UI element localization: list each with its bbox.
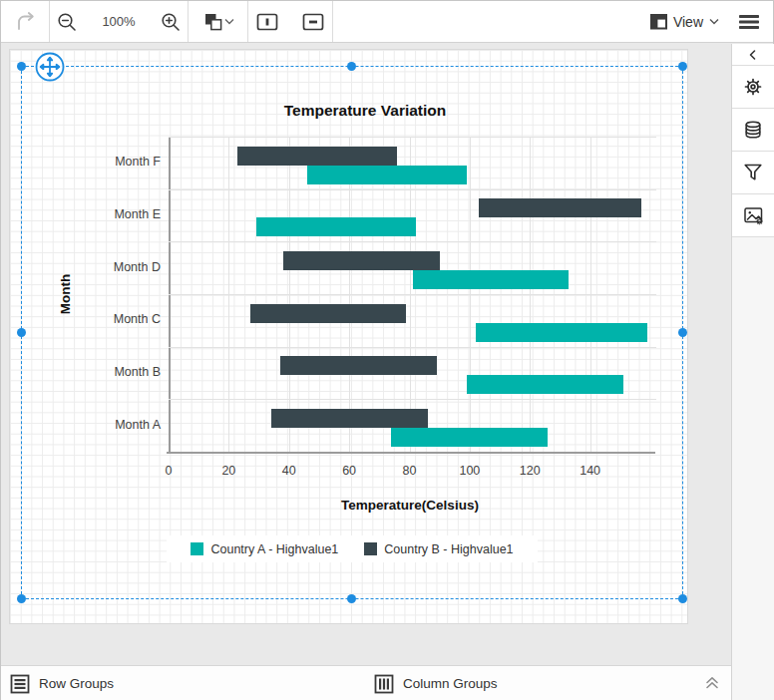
chart-gridline-horizontal bbox=[169, 241, 656, 242]
x-tick-label: 80 bbox=[390, 464, 430, 478]
x-axis-title: Temperature(Celsius) bbox=[210, 498, 609, 513]
chart-gridline-horizontal bbox=[169, 294, 656, 295]
legend-item[interactable]: Country B - Highvalue1 bbox=[364, 542, 513, 556]
chart-gridline-horizontal bbox=[169, 189, 656, 190]
zoom-in-button[interactable] bbox=[156, 7, 186, 37]
filter-icon bbox=[741, 161, 765, 184]
range-bar[interactable] bbox=[250, 304, 407, 323]
zoom-out-icon bbox=[56, 11, 78, 33]
x-tick-label: 60 bbox=[329, 464, 369, 478]
x-tick-label: 0 bbox=[149, 464, 189, 478]
x-tick-label: 40 bbox=[269, 464, 309, 478]
range-bar[interactable] bbox=[476, 323, 647, 342]
view-label: View bbox=[673, 14, 703, 30]
image-settings-button[interactable] bbox=[732, 194, 774, 237]
selection-handle[interactable] bbox=[678, 328, 687, 337]
row-groups-pane[interactable]: Row Groups bbox=[9, 666, 114, 700]
horizontal-band-button[interactable] bbox=[297, 8, 329, 36]
category-label: Month D bbox=[21, 260, 161, 274]
horizontal-band-icon bbox=[301, 12, 325, 32]
shapes-icon bbox=[202, 11, 224, 33]
y-axis-title: Month bbox=[58, 137, 76, 452]
vertical-band-icon bbox=[255, 12, 279, 32]
data-button[interactable] bbox=[732, 109, 774, 152]
selection-handle[interactable] bbox=[347, 594, 356, 603]
right-panel bbox=[731, 44, 774, 700]
selection-handle[interactable] bbox=[17, 328, 26, 337]
chart-gridline-horizontal bbox=[169, 347, 656, 348]
legend-swatch bbox=[191, 542, 203, 555]
range-bar[interactable] bbox=[391, 428, 548, 447]
toolbar-section-shapes bbox=[189, 1, 248, 42]
x-tick-label: 120 bbox=[510, 464, 550, 478]
redo-icon bbox=[12, 9, 38, 35]
redo-button[interactable] bbox=[8, 5, 42, 39]
chevron-down-icon bbox=[709, 18, 719, 25]
legend-item[interactable]: Country A - Highvalue1 bbox=[191, 542, 338, 556]
view-icon bbox=[650, 14, 667, 30]
range-bar[interactable] bbox=[413, 270, 570, 289]
database-icon bbox=[741, 118, 765, 142]
chart-title: Temperature Variation bbox=[166, 102, 565, 120]
category-label: Month F bbox=[21, 155, 161, 169]
column-groups-pane[interactable]: Column Groups bbox=[373, 666, 498, 700]
row-groups-label: Row Groups bbox=[39, 676, 114, 691]
selection-handle[interactable] bbox=[678, 594, 687, 603]
gear-icon bbox=[741, 75, 765, 99]
chart-gridline-horizontal bbox=[169, 137, 656, 138]
filter-button[interactable] bbox=[732, 152, 774, 194]
selection-handle[interactable] bbox=[17, 62, 26, 71]
range-bar[interactable] bbox=[271, 409, 428, 428]
zoom-level-value: 100% bbox=[102, 14, 135, 29]
chart-widget[interactable]: Temperature Variation Month Temperature(… bbox=[21, 66, 683, 599]
range-bar[interactable] bbox=[237, 147, 397, 166]
x-axis-line bbox=[167, 452, 655, 454]
chart-gridline-horizontal bbox=[169, 399, 656, 400]
toolbar-section-bands bbox=[248, 1, 333, 42]
column-groups-label: Column Groups bbox=[403, 676, 498, 691]
category-label: Month A bbox=[21, 418, 161, 432]
range-bar[interactable] bbox=[280, 356, 437, 375]
column-groups-icon bbox=[373, 673, 395, 695]
plot-area bbox=[169, 137, 650, 452]
range-bar[interactable] bbox=[467, 375, 623, 394]
selection-handle[interactable] bbox=[17, 594, 26, 603]
collapse-panel-button[interactable] bbox=[732, 44, 774, 66]
category-label: Month B bbox=[21, 365, 161, 379]
properties-button[interactable] bbox=[732, 66, 774, 109]
move-icon bbox=[35, 52, 65, 82]
x-tick-label: 140 bbox=[571, 464, 610, 478]
toolbar-section-zoom: 100% bbox=[50, 1, 189, 42]
view-dropdown-button[interactable]: View bbox=[650, 14, 719, 30]
toolbar-section-history bbox=[1, 1, 50, 42]
menu-button[interactable] bbox=[737, 11, 761, 33]
image-gear-icon bbox=[741, 203, 766, 227]
category-label: Month C bbox=[21, 312, 161, 326]
range-bar[interactable] bbox=[256, 217, 416, 236]
double-chevron-up-icon bbox=[703, 673, 721, 693]
selection-handle[interactable] bbox=[347, 62, 356, 71]
category-label: Month E bbox=[21, 207, 161, 221]
legend-swatch bbox=[364, 542, 377, 555]
zoom-in-icon bbox=[160, 11, 182, 33]
collapse-grouping-button[interactable] bbox=[703, 673, 721, 697]
x-tick-label: 20 bbox=[208, 464, 248, 478]
vertical-band-button[interactable] bbox=[251, 8, 283, 36]
grouping-bar: Row Groups Column Groups bbox=[1, 665, 731, 700]
move-handle[interactable] bbox=[35, 52, 65, 82]
report-designer-window: 100% bbox=[0, 0, 774, 700]
x-tick-label: 100 bbox=[450, 464, 490, 478]
range-bar[interactable] bbox=[307, 166, 467, 184]
legend-label: Country A - Highvalue1 bbox=[210, 542, 338, 556]
chevron-down-icon bbox=[224, 18, 234, 25]
hamburger-icon bbox=[737, 11, 761, 33]
selection-handle[interactable] bbox=[678, 62, 687, 71]
shapes-dropdown-button[interactable] bbox=[198, 7, 238, 37]
chart-legend: Country A - Highvalue1Country B - Highva… bbox=[167, 535, 538, 562]
range-bar[interactable] bbox=[283, 251, 440, 270]
zoom-out-button[interactable] bbox=[52, 7, 82, 37]
legend-label: Country B - Highvalue1 bbox=[384, 542, 513, 556]
row-groups-icon bbox=[9, 673, 31, 695]
range-bar[interactable] bbox=[479, 198, 641, 217]
toolbar: 100% bbox=[1, 1, 773, 43]
